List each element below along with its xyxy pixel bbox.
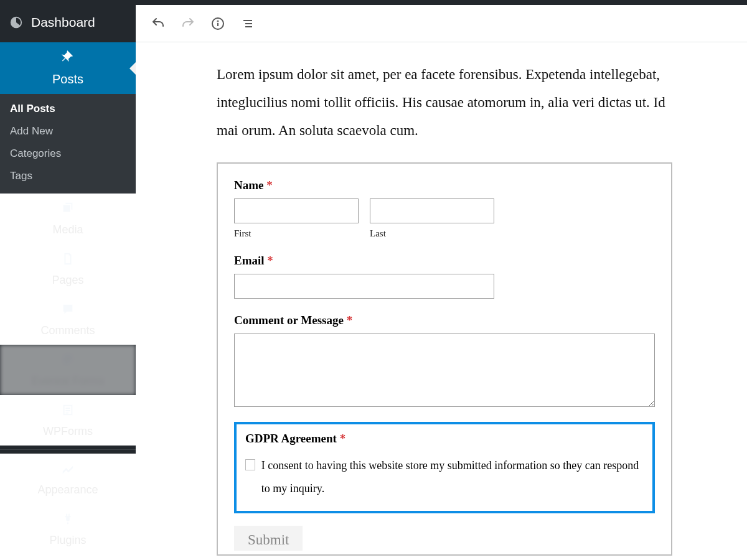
- submenu-tags[interactable]: Tags: [0, 165, 136, 187]
- sidebar-label: Appearance: [37, 483, 98, 497]
- submenu-categories[interactable]: Categories: [0, 142, 136, 165]
- gdpr-text: I consent to having this website store m…: [261, 454, 644, 502]
- required-asterisk: *: [347, 314, 353, 327]
- editor-body[interactable]: Lorem ipsum dolor sit amet, per ea facet…: [136, 42, 747, 560]
- sidebar-item-posts[interactable]: Posts: [0, 42, 136, 94]
- submit-button[interactable]: Submit: [234, 526, 303, 551]
- name-label: Name *: [234, 179, 655, 192]
- submenu-all-posts[interactable]: All Posts: [0, 98, 136, 120]
- outline-button[interactable]: [235, 11, 260, 36]
- sidebar-label: Everest Forms: [31, 375, 104, 388]
- first-name-input[interactable]: [234, 198, 359, 223]
- submenu-add-new[interactable]: Add New: [0, 120, 136, 142]
- gdpr-checkbox[interactable]: [245, 459, 255, 470]
- sidebar-item-wpforms[interactable]: WPForms: [0, 395, 136, 446]
- wpforms-block[interactable]: Name * First Last Email *: [217, 162, 672, 556]
- editor-main: Lorem ipsum dolor sit amet, per ea facet…: [136, 5, 747, 560]
- form-icon: [60, 352, 75, 367]
- message-textarea[interactable]: [234, 334, 655, 407]
- sidebar-item-plugins[interactable]: Plugins: [0, 504, 136, 554]
- sidebar-label: Pages: [52, 274, 83, 287]
- email-input[interactable]: [234, 274, 494, 299]
- email-label: Email *: [234, 254, 655, 268]
- sidebar-item-users[interactable]: Users: [0, 554, 136, 560]
- info-button[interactable]: [205, 11, 230, 36]
- sidebar-item-appearance[interactable]: Appearance: [0, 454, 136, 504]
- sidebar-item-pages[interactable]: Pages: [0, 244, 136, 294]
- wpforms-icon: [60, 403, 75, 418]
- last-sublabel: Last: [370, 228, 494, 239]
- sidebar-label: Posts: [52, 72, 83, 86]
- pin-icon: [60, 50, 75, 65]
- sidebar-label: WPForms: [43, 425, 93, 438]
- dashboard-icon: [9, 15, 24, 30]
- sidebar-item-media[interactable]: Media: [0, 194, 136, 244]
- sidebar-item-blurred[interactable]: Everest Forms: [0, 345, 136, 395]
- appearance-icon: [60, 461, 75, 476]
- comments-icon: [60, 302, 75, 317]
- sidebar-item-dashboard[interactable]: Dashboard: [0, 5, 136, 42]
- sidebar-label: Comments: [40, 324, 95, 337]
- required-asterisk: *: [267, 254, 273, 267]
- posts-submenu: All Posts Add New Categories Tags: [0, 94, 136, 194]
- undo-button[interactable]: [146, 11, 171, 36]
- media-icon: [60, 201, 75, 216]
- sidebar-label: Plugins: [49, 534, 86, 547]
- gdpr-title: GDPR Agreement *: [245, 432, 644, 446]
- admin-topbar: [0, 0, 747, 5]
- gdpr-highlight: GDPR Agreement * I consent to having thi…: [234, 422, 655, 514]
- sidebar-item-comments[interactable]: Comments: [0, 294, 136, 345]
- sidebar-label: Media: [52, 223, 83, 236]
- admin-sidebar: Dashboard Posts All Posts Add New Catego…: [0, 5, 136, 560]
- required-asterisk: *: [266, 179, 273, 192]
- sidebar-label: Dashboard: [31, 15, 95, 30]
- message-label: Comment or Message *: [234, 314, 655, 327]
- svg-point-3: [218, 21, 218, 21]
- pages-icon: [60, 251, 75, 266]
- plugins-icon: [60, 511, 75, 526]
- first-sublabel: First: [234, 228, 359, 239]
- gdpr-consent-row[interactable]: I consent to having this website store m…: [245, 454, 644, 502]
- last-name-input[interactable]: [370, 198, 494, 223]
- sidebar-separator: [0, 449, 136, 450]
- editor-toolbar: [136, 5, 747, 42]
- required-asterisk: *: [340, 432, 346, 445]
- content-paragraph[interactable]: Lorem ipsum dolor sit amet, per ea facet…: [217, 61, 672, 145]
- redo-button[interactable]: [176, 11, 200, 36]
